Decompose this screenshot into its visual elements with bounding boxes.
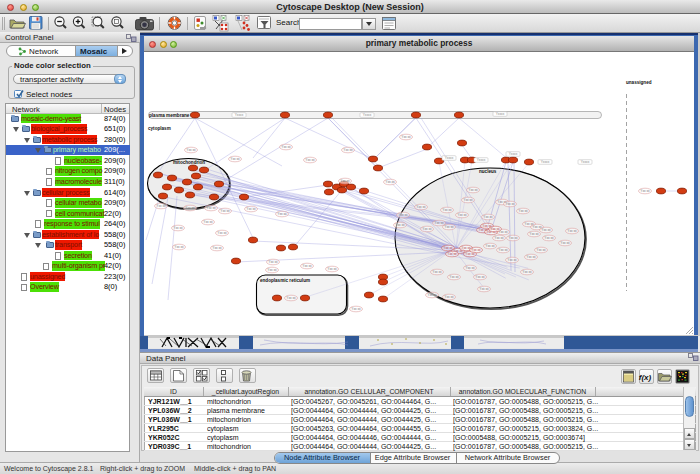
svg-text:Yxxxx: Yxxxx — [363, 113, 372, 117]
svg-text:plasma membrane: plasma membrane — [149, 113, 190, 118]
svg-text:Yxx xx: Yxx xx — [267, 268, 277, 272]
svg-text:Yxxxx: Yxxxx — [445, 156, 454, 160]
svg-text:Yxx xx: Yxx xx — [246, 207, 256, 211]
svg-text:Yxx xx: Yxx xx — [518, 209, 528, 213]
svg-text:Yxxxx: Yxxxx — [235, 113, 244, 117]
svg-text:Yxx xx: Yxx xx — [529, 232, 539, 236]
svg-text:Yxx xx: Yxx xx — [434, 221, 444, 225]
svg-text:Yxx xx: Yxx xx — [443, 246, 453, 250]
svg-text:Yxx xx: Yxx xx — [343, 148, 353, 152]
svg-text:Yxx xx: Yxx xx — [544, 236, 554, 240]
svg-text:Yxx xx: Yxx xx — [173, 226, 183, 230]
svg-text:Yxx xx: Yxx xx — [475, 275, 485, 279]
svg-text:Yxx xx: Yxx xx — [203, 220, 213, 224]
svg-text:Yxx xx: Yxx xx — [508, 236, 518, 240]
svg-text:Yxx xx: Yxx xx — [220, 209, 230, 213]
svg-text:endoplasmic reticulum: endoplasmic reticulum — [260, 278, 310, 283]
svg-text:Yxx xx: Yxx xx — [217, 231, 227, 235]
svg-text:Yxx xx: Yxx xx — [385, 180, 395, 184]
svg-text:Yxx xx: Yxx xx — [444, 225, 454, 229]
svg-text:Yxxxx: Yxxxx — [496, 112, 505, 116]
svg-text:Yxx xx: Yxx xx — [305, 158, 315, 162]
svg-text:Yxx xx: Yxx xx — [468, 188, 478, 192]
svg-text:Yxx xx: Yxx xx — [494, 236, 504, 240]
svg-text:Yxx xx: Yxx xx — [302, 264, 312, 268]
svg-text:Yxx xx: Yxx xx — [479, 287, 489, 291]
svg-text:Yxx xx: Yxx xx — [432, 270, 442, 274]
svg-text:nucleus: nucleus — [479, 169, 497, 174]
svg-text:Yxx xx: Yxx xx — [465, 266, 475, 270]
svg-text:Yxx xx: Yxx xx — [230, 157, 240, 161]
svg-text:Yxx xx: Yxx xx — [567, 229, 577, 233]
svg-text:Yxx xx: Yxx xx — [351, 307, 361, 311]
svg-text:Yxx xx: Yxx xx — [185, 206, 195, 210]
svg-text:Yxx xx: Yxx xx — [156, 204, 166, 208]
svg-text:Yxx xx: Yxx xx — [463, 198, 473, 202]
svg-text:Yxx xx: Yxx xx — [427, 293, 437, 297]
svg-text:mitochondrion: mitochondrion — [173, 160, 205, 165]
svg-text:Yxxxx: Yxxxx — [477, 158, 486, 162]
svg-text:Yxx xx: Yxx xx — [327, 267, 337, 271]
svg-text:Yxx xx: Yxx xx — [505, 202, 515, 206]
svg-text:Yxx xx: Yxx xx — [444, 295, 454, 299]
svg-text:Yxx xx: Yxx xx — [395, 223, 405, 227]
svg-text:Yxx xx: Yxx xx — [174, 245, 184, 249]
svg-text:Yxx xx: Yxx xx — [449, 275, 459, 279]
svg-text:Yxx xx: Yxx xx — [212, 246, 222, 250]
svg-text:Yxx xx: Yxx xx — [186, 148, 196, 152]
svg-text:Yxx xx: Yxx xx — [286, 296, 296, 300]
svg-text:Yxx xx: Yxx xx — [206, 206, 216, 210]
svg-text:Yxx xx: Yxx xx — [490, 227, 500, 231]
svg-text:unassigned: unassigned — [626, 80, 652, 85]
svg-text:Yxx xx: Yxx xx — [507, 258, 517, 262]
svg-text:Yxx xx: Yxx xx — [483, 215, 493, 219]
svg-text:f(x): f(x) — [639, 373, 652, 382]
svg-text:Yxx xx: Yxx xx — [340, 179, 350, 183]
svg-text:Yxx xx: Yxx xx — [640, 189, 650, 193]
svg-text:Yxx xx: Yxx xx — [401, 135, 411, 139]
svg-text:Yxx xx: Yxx xx — [526, 255, 536, 259]
svg-text:Yxx xx: Yxx xx — [541, 228, 551, 232]
svg-text:Yxx xx: Yxx xx — [268, 260, 278, 264]
svg-text:Yxx xx: Yxx xx — [457, 213, 467, 217]
svg-text:Yxx xx: Yxx xx — [522, 270, 532, 274]
svg-text:Yxx xx: Yxx xx — [277, 212, 287, 216]
svg-text:Yxxxx: Yxxxx — [581, 160, 590, 164]
svg-text:Yxx xx: Yxx xx — [536, 248, 546, 252]
svg-text:Yxx xx: Yxx xx — [560, 241, 570, 245]
svg-text:Yxx xx: Yxx xx — [416, 205, 426, 209]
svg-text:Yxx xx: Yxx xx — [422, 227, 432, 231]
svg-text:Yxx xx: Yxx xx — [471, 248, 481, 252]
svg-text:Yxx xx: Yxx xx — [447, 252, 457, 256]
svg-text:Yxxxx: Yxxxx — [509, 152, 518, 156]
svg-text:Yxx xx: Yxx xx — [485, 244, 495, 248]
svg-text:Yxxxx: Yxxxx — [541, 160, 550, 164]
svg-text:Yxx xx: Yxx xx — [498, 248, 508, 252]
svg-text:Yxx xx: Yxx xx — [281, 145, 291, 149]
svg-text:cytoplasm: cytoplasm — [148, 126, 171, 131]
svg-text:Yxx xx: Yxx xx — [442, 208, 452, 212]
svg-text:Yxx xx: Yxx xx — [398, 213, 408, 217]
